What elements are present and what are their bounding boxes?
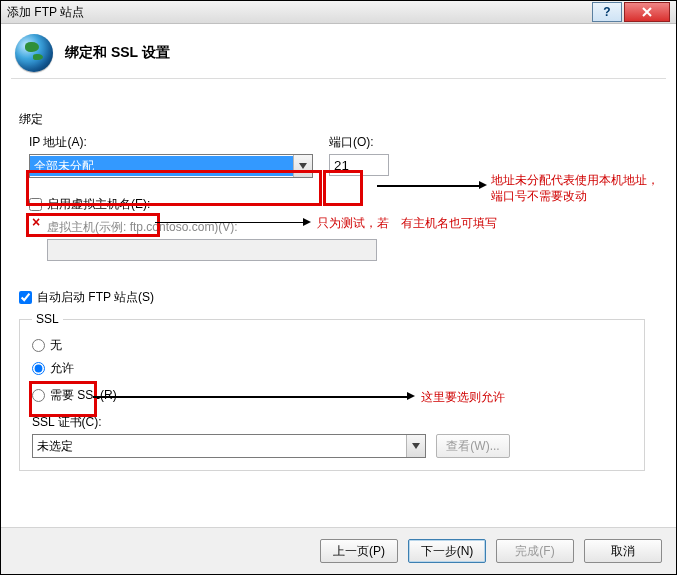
ssl-view-button: 查看(W)...: [436, 434, 510, 458]
chevron-down-icon: [293, 155, 312, 177]
ssl-require-radio[interactable]: [32, 389, 45, 402]
autostart-label: 自动启动 FTP 站点(S): [37, 289, 154, 306]
enable-vhost-checkbox[interactable]: [29, 198, 42, 211]
ssl-legend: SSL: [32, 312, 63, 326]
globe-icon: [15, 34, 53, 72]
ssl-cert-combo[interactable]: 未选定: [32, 434, 426, 458]
content-area: 绑定 IP 地址(A): 全部未分配 端口(O): 启用虚拟主机名(E):: [1, 79, 676, 475]
help-button[interactable]: ?: [592, 2, 622, 22]
binding-section-label: 绑定: [19, 111, 658, 128]
ssl-cert-value: 未选定: [33, 436, 406, 456]
port-label: 端口(O):: [329, 134, 393, 151]
vhost-hint-label: 虚拟主机(示例: ftp.contoso.com)(V):: [47, 219, 658, 236]
dialog-window: 添加 FTP 站点 ? 绑定和 SSL 设置 绑定 IP 地址(A): 全部未分…: [0, 0, 677, 575]
next-button[interactable]: 下一步(N): [408, 539, 486, 563]
ssl-none-radio[interactable]: [32, 339, 45, 352]
ssl-allow-label: 允许: [50, 360, 74, 377]
ip-address-combo[interactable]: 全部未分配: [29, 154, 313, 178]
page-title: 绑定和 SSL 设置: [65, 44, 170, 62]
ssl-none-label: 无: [50, 337, 62, 354]
wizard-header: 绑定和 SSL 设置: [1, 24, 676, 78]
ip-address-value: 全部未分配: [30, 156, 293, 176]
ssl-require-label: 需要 SSL(R): [50, 387, 117, 404]
port-input[interactable]: [329, 154, 389, 176]
chevron-down-icon: [406, 435, 425, 457]
ssl-cert-label: SSL 证书(C):: [32, 414, 632, 431]
cancel-button[interactable]: 取消: [584, 539, 662, 563]
titlebar: 添加 FTP 站点 ?: [1, 1, 676, 24]
ssl-group: SSL 无 允许 需要 SSL(R) SSL 证书(C): 未选定: [19, 312, 645, 471]
close-button[interactable]: [624, 2, 670, 22]
ip-address-label: IP 地址(A):: [29, 134, 311, 151]
finish-button: 完成(F): [496, 539, 574, 563]
close-icon: [642, 7, 652, 17]
window-title: 添加 FTP 站点: [7, 4, 84, 21]
prev-button[interactable]: 上一页(P): [320, 539, 398, 563]
ssl-allow-radio[interactable]: [32, 362, 45, 375]
enable-vhost-label: 启用虚拟主机名(E):: [47, 196, 150, 213]
autostart-checkbox[interactable]: [19, 291, 32, 304]
wizard-footer: 上一页(P) 下一步(N) 完成(F) 取消: [1, 527, 676, 574]
vhost-input: [47, 239, 377, 261]
annotation-cross-icon: ×: [32, 214, 40, 230]
